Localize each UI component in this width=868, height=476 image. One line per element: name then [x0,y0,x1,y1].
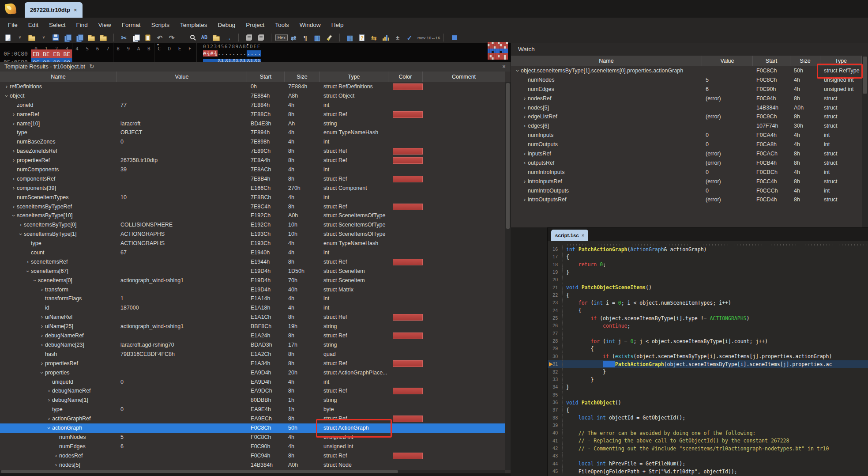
template-row[interactable]: ›object7E884hA8hstruct Object [0,91,505,101]
expander-icon[interactable]: › [18,220,24,230]
template-row[interactable]: ›transformE19D4h40hstruct Matrix [0,285,505,295]
increment-decrement-icon[interactable]: ± [392,33,403,42]
template-row[interactable]: uniqueId0EA9D4h4hint [0,378,505,387]
template-row[interactable]: ›nodes[5]14B384hA0hstruct Node [0,461,505,470]
template-row[interactable]: ›actionGraphF0C8Ch50hstruct ActionGraph [0,423,505,433]
menu-item-view[interactable]: View [93,19,116,31]
tab-close-icon[interactable]: × [74,7,77,13]
expander-icon[interactable]: › [38,370,47,376]
code-line[interactable]: 21void PatchObjectSceneItems() [548,284,868,291]
expander-icon[interactable]: › [522,94,528,103]
code-line[interactable]: 35 [548,391,868,399]
calculator-icon[interactable]: ▦ [345,33,355,42]
document-tab[interactable]: 267228.tr10dtp × [25,2,83,18]
redo-icon[interactable]: ↷ [166,33,177,42]
expander-icon[interactable]: › [522,177,528,186]
code-area[interactable]: 16int PatchActionGraph(ActionGraph& acti… [548,246,868,476]
menu-item-help[interactable]: Help [326,19,349,31]
file-info-icon[interactable] [357,33,367,42]
refresh-icon[interactable]: ↻ [89,63,94,70]
template-row[interactable]: zoneId777E884h4hint [0,101,505,110]
column-mode-icon[interactable]: ▥ [312,33,323,42]
expander-icon[interactable]: › [2,93,11,99]
code-line[interactable]: 45 FileOpen(gFolderPath + Str("%d.tr10dt… [548,468,868,475]
cut-icon[interactable]: ✂ [119,33,129,42]
expander-icon[interactable]: › [513,68,522,74]
template-row[interactable]: ›debugNameRefE1A24h8hstruct Ref [0,331,505,340]
expander-icon[interactable]: › [46,386,52,396]
watch-row[interactable]: ›object.sceneItemsByType[1].sceneItems[0… [511,66,862,76]
menu-item-window[interactable]: Window [294,19,326,31]
replace-icon[interactable]: AB [199,33,210,42]
watch-row[interactable]: numOutputs0F0CA8h4hint [511,140,862,149]
column-header-name[interactable]: Name [0,72,117,82]
code-line[interactable]: 41 // - Replacing the above call to GetO… [548,437,868,445]
menu-item-file[interactable]: File [3,19,23,31]
code-line[interactable]: 34} [548,383,868,391]
code-line[interactable]: 32 } [548,368,868,376]
code-line[interactable]: 17{ [548,253,868,261]
goto-icon[interactable]: → [223,33,233,42]
code-line[interactable]: 44 local int hPrevFile = GetFileNum(); [548,460,868,468]
template-row[interactable]: ›sceneItemsByType[1]ACTIONGRAPHSE193Ch10… [0,230,505,239]
tab-close-icon[interactable]: × [582,233,584,238]
menu-item-tools[interactable]: Tools [270,19,294,31]
stop-icon[interactable] [449,33,459,42]
template-row[interactable]: ›sceneItemsRefE1944h8hstruct Ref [0,257,505,267]
code-line[interactable]: 26 continue; [548,322,868,329]
template-row[interactable]: ›sceneItems[67]E19D4h1D50hstruct SceneIt… [0,267,505,276]
template-row[interactable]: ›sceneItems[0]actiongraph_wind-rshing1E1… [0,276,505,285]
template-row[interactable]: ›debugName[1]80DBBh1hstring [0,396,505,405]
code-line[interactable]: 24 { [548,307,868,314]
open-folder-icon[interactable] [86,33,97,42]
vertical-scrollbar[interactable] [862,56,868,227]
menu-item-format[interactable]: Format [116,19,146,31]
template-row[interactable]: typeOBJECT7E894h4henum TypeNameHash [0,128,505,137]
new-file-menu-icon[interactable]: ∨ [15,33,25,42]
expander-icon[interactable]: › [25,257,31,267]
code-line[interactable]: 43 [548,452,868,460]
find-icon[interactable] [187,33,198,42]
expander-icon[interactable]: › [522,121,528,131]
checksum-icon[interactable]: ✓ [404,33,415,42]
watch-row[interactable]: numIntroInputs0F0CBCh4hint [511,168,862,177]
show-whitespace-icon[interactable]: ¶ [300,33,311,42]
base-converter-icon[interactable]: 10↔16 [428,33,439,42]
code-line[interactable]: 29 { [548,345,868,352]
watch-row[interactable]: ›edges[6]107F74h30hstruct [511,121,862,131]
expander-icon[interactable]: › [39,359,45,368]
undo-icon[interactable]: ↶ [154,33,165,42]
watch-row[interactable]: numInputs0F0CA4h4hint [511,131,862,140]
expander-icon[interactable]: › [46,396,52,405]
template-row[interactable]: ›name[10]laracroftBD4E3hAhstring [0,119,505,128]
template-row[interactable]: count67E1940h4hint [0,248,505,257]
column-header-size[interactable]: Size [790,56,820,66]
expander-icon[interactable]: › [30,277,40,283]
code-line[interactable]: 16int PatchActionGraph(ActionGraph& acti… [548,246,868,253]
template-row[interactable]: numEdges6F0C90h4hunsigned int [0,442,505,451]
open-file-icon[interactable] [26,33,37,42]
template-row[interactable]: ›refDefinitions0h7E884hstruct RefDefinit… [0,82,505,91]
expander-icon[interactable]: › [16,231,26,238]
scrollbar-thumb[interactable] [863,57,867,94]
template-row[interactable]: numBaseZones07E898h4hint [0,137,505,147]
expander-icon[interactable]: › [522,195,528,204]
watch-row[interactable]: numNodes5F0C8Ch4hunsigned int [511,76,862,85]
code-line[interactable]: 42 // - Commenting out the #include "sce… [548,445,868,452]
open-file-menu-icon[interactable]: ∨ [38,33,49,42]
code-line[interactable]: 23 for (int i = 0; i < object.numSceneIt… [548,299,868,306]
syntax-highlighting-icon[interactable] [324,33,334,42]
template-row[interactable]: transformFlags1E1A14h4hint [0,294,505,303]
template-row[interactable]: numComponents397E8ACh4hint [0,165,505,174]
expander-icon[interactable]: › [522,112,528,121]
column-header-size[interactable]: Size [285,72,320,82]
expander-icon[interactable]: › [39,285,45,295]
column-header-value[interactable]: Value [702,56,753,66]
copy-icon[interactable] [131,33,141,42]
menu-item-scripts[interactable]: Scripts [146,19,175,31]
watch-row[interactable]: numIntroOutputs0F0CCCh4hint [511,186,862,196]
template-row[interactable]: ›components[39]E166Ch270hstruct Componen… [0,184,505,193]
expander-icon[interactable]: › [39,322,45,331]
save-as-icon[interactable] [62,33,73,42]
expander-icon[interactable]: › [53,451,59,461]
